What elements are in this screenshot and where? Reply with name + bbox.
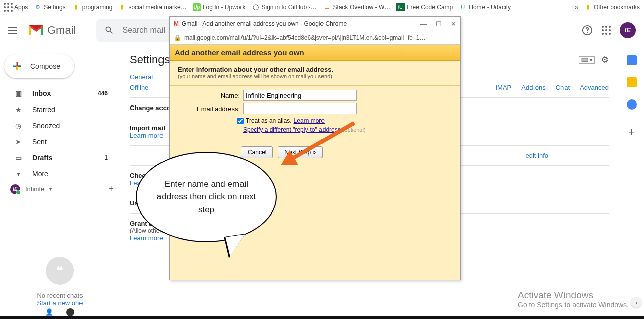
clock-icon: ◷: [13, 121, 23, 131]
bookmark-udacity[interactable]: U Home - Udacity: [459, 3, 511, 11]
section-label: Import mail: [130, 124, 165, 132]
callout-text: Enter name and email address then click …: [152, 178, 261, 217]
hangouts-bubble-icon: ❝: [46, 257, 74, 285]
gmail-m-icon: [28, 24, 44, 36]
nav-sent[interactable]: ➤ Sent: [0, 134, 114, 150]
callout-tail: [224, 234, 248, 258]
popup-titlebar[interactable]: M Gmail - Add another email address you …: [170, 17, 460, 31]
edit-info-link[interactable]: edit info: [525, 152, 548, 159]
bookmark-apps[interactable]: Apps: [4, 3, 28, 11]
nav-starred[interactable]: ★ Starred: [0, 101, 114, 118]
alias-checkbox[interactable]: [237, 118, 244, 124]
bookmark-programing[interactable]: ▮ programing: [72, 3, 113, 11]
contacts-tab-icon[interactable]: 👤: [45, 308, 53, 316]
bookmark-other[interactable]: ▮ Other bookmarks: [584, 3, 640, 11]
chevron-down-icon: ▾: [49, 186, 52, 192]
send-icon: ➤: [13, 137, 23, 147]
bookmarks-bar: Apps ⚙ Settings ▮ programing ▮ social me…: [0, 0, 644, 14]
bookmark-upwork[interactable]: Up Log In - Upwork: [193, 3, 246, 11]
popup-window-title: Gmail - Add another email address you ow…: [182, 20, 347, 27]
apps-launcher-icon[interactable]: [602, 26, 611, 35]
gmail-logo[interactable]: Gmail: [28, 24, 76, 37]
tab-addons[interactable]: Add-ons: [521, 84, 545, 91]
window-minimize-button[interactable]: —: [420, 20, 427, 28]
scroll-right-button[interactable]: ›: [631, 297, 642, 308]
popup-urlbar[interactable]: 🔒 mail.google.com/mail/u/1/?ui=2&ik=abf5…: [170, 31, 460, 45]
upwork-icon: Up: [193, 3, 201, 11]
window-close-button[interactable]: ✕: [451, 20, 456, 28]
bookmark-label: Apps: [14, 4, 28, 11]
keyboard-icon[interactable]: ⌨ ▾: [579, 56, 595, 64]
bookmark-label: Other bookmarks: [594, 4, 640, 11]
email-input[interactable]: [243, 103, 357, 114]
nav-label: Starred: [32, 105, 55, 114]
svg-point-1: [587, 32, 588, 33]
alias-learn-more-link[interactable]: Learn more: [294, 117, 325, 124]
nav-snoozed[interactable]: ◷ Snoozed: [0, 118, 114, 134]
compose-label: Compose: [30, 62, 60, 70]
tab-chat[interactable]: Chat: [556, 84, 570, 91]
bookmark-stackoverflow[interactable]: ☰ Stack Overflow - W…: [323, 3, 391, 11]
nav-label: Snoozed: [32, 122, 60, 130]
popup-url: mail.google.com/mail/u/1/?ui=2&ik=abf54c…: [184, 34, 425, 41]
no-chats-text: No recent chats: [0, 292, 120, 299]
plus-icon: [11, 60, 23, 72]
gmail-favicon: M: [174, 20, 179, 27]
window-maximize-button[interactable]: ☐: [436, 20, 442, 28]
activate-windows-watermark: Activate Windows Go to Settings to activ…: [518, 290, 629, 309]
tab-imap[interactable]: IMAP: [495, 84, 511, 91]
replyto-link[interactable]: Specify a different "reply-to" address: [243, 126, 341, 133]
mini-avatar: IE: [10, 184, 20, 194]
inbox-icon: ▣: [13, 88, 23, 98]
hangouts-account[interactable]: IE Infinite ▾ +: [0, 182, 120, 196]
popup-instruction: Enter information about your other email…: [178, 66, 452, 73]
alias-row: Treat as an alias. Learn more: [237, 117, 452, 124]
nav-inbox[interactable]: ▣ Inbox 446: [0, 85, 114, 101]
hangouts-tab-icon[interactable]: [66, 308, 74, 316]
calendar-icon[interactable]: [627, 55, 637, 65]
compose-button[interactable]: Compose: [4, 54, 74, 78]
bookmark-label: Log In - Upwork: [203, 4, 246, 11]
bookmark-label: Free Code Camp: [407, 4, 453, 11]
watermark-title: Activate Windows: [518, 290, 629, 301]
keep-icon[interactable]: [627, 77, 637, 87]
gear-icon[interactable]: ⚙: [601, 54, 609, 65]
gmail-brand-text: Gmail: [47, 24, 76, 37]
name-input[interactable]: [243, 90, 357, 101]
bookmark-label: Stack Overflow - W…: [333, 4, 391, 11]
account-avatar[interactable]: IE: [620, 22, 636, 38]
sidebar: Compose ▣ Inbox 446 ★ Starred ◷ Snoozed …: [0, 46, 120, 319]
bookmark-freecodecamp[interactable]: fC Free Code Camp: [396, 3, 453, 11]
tab-general[interactable]: General: [130, 73, 153, 81]
tab-advanced[interactable]: Advanced: [580, 84, 609, 91]
draft-icon: ▭: [13, 153, 23, 163]
nav-more[interactable]: ▾ More: [0, 166, 114, 182]
learn-more-link[interactable]: Learn more: [130, 132, 163, 139]
settings-title: Settings: [130, 53, 170, 66]
menu-button[interactable]: [8, 24, 20, 36]
email-label: Email address:: [178, 105, 240, 113]
bookmark-label: Settings: [44, 4, 65, 11]
help-icon[interactable]: [582, 25, 593, 36]
folder-icon: ▮: [584, 3, 592, 11]
bookmark-social[interactable]: ▮ social media marke…: [118, 3, 186, 11]
tab-offline[interactable]: Offline: [130, 84, 148, 91]
right-side-panel: +: [619, 46, 644, 319]
account-label: Infinite: [25, 185, 44, 193]
stackoverflow-icon: ☰: [323, 3, 331, 11]
alias-label: Treat as an alias.: [246, 117, 292, 124]
bookmarks-overflow[interactable]: »: [574, 3, 579, 12]
addons-plus[interactable]: +: [628, 126, 635, 139]
nav-drafts[interactable]: ▭ Drafts 1: [0, 150, 114, 166]
nav-label: Drafts: [32, 154, 52, 162]
bookmark-settings[interactable]: ⚙ Settings: [34, 3, 65, 11]
name-label: Name:: [178, 92, 240, 99]
nav-label: Sent: [32, 138, 47, 146]
tasks-icon[interactable]: [627, 99, 637, 110]
new-chat-button[interactable]: +: [108, 184, 114, 194]
apps-icon: [4, 3, 12, 11]
nav-label: Inbox: [32, 89, 51, 97]
watermark-sub: Go to Settings to activate Windows.: [518, 301, 629, 309]
bookmark-github[interactable]: ◯ Sign in to GitHub -…: [252, 3, 317, 11]
star-icon: ★: [13, 104, 23, 115]
